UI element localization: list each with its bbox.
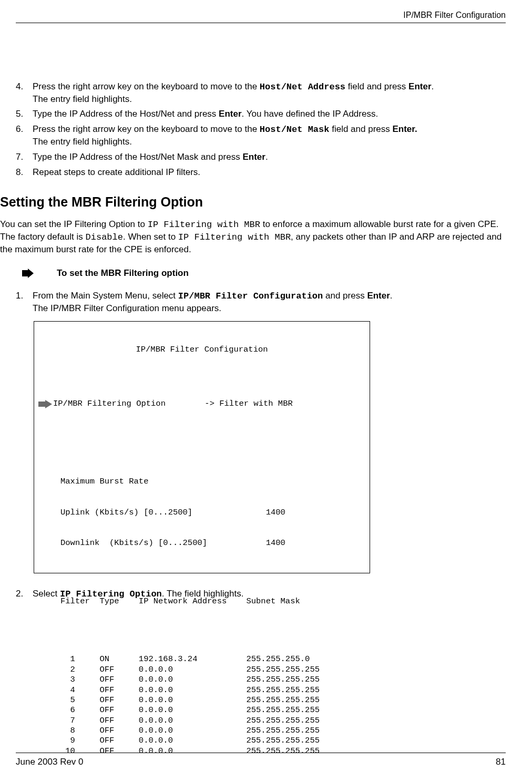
step-number: 4. [16,81,33,106]
terminal-downlink: Downlink (Kbits/s) [0...2500] 1400 [60,538,365,548]
terminal-columns: Filter Type IP Network Address Subnet Ma… [60,596,365,606]
intro-paragraph: You can set the IP Filtering Option to I… [0,219,506,256]
step-number: 5. [16,108,33,120]
step-body: Press the right arrow key on the keyboar… [33,81,506,106]
terminal-rows: 1 ON 192.168.3.24 255.255.255.0 2 OFF 0.… [60,654,365,756]
step-number: 1. [16,290,33,315]
task-label: To set the MBR Filtering option [57,267,189,280]
page-header: IP/MBR Filter Configuration [16,9,506,23]
step-number: 2. [16,588,33,601]
step-item: 1.From the Main System Menu, select IP/M… [16,290,506,315]
terminal-option-line: IP/MBR Filtering Option -> Filter with M… [53,399,293,409]
step-number: 7. [16,151,33,163]
step-item: 6.Press the right arrow key on the keybo… [16,124,506,148]
terminal-row: 7 OFF 0.0.0.0 255.255.255.255 [60,716,365,726]
step-item: 7.Type the IP Address of the Host/Net Ma… [16,151,506,163]
step-number: 6. [16,124,33,148]
terminal-row: 1 ON 192.168.3.24 255.255.255.0 [60,654,365,664]
step-item: 8.Repeat steps to create additional IP f… [16,167,506,179]
pointer-arrow-icon [38,379,53,429]
task-arrow-icon [22,269,38,278]
steps-list-b: 1.From the Main System Menu, select IP/M… [16,290,506,315]
svg-marker-0 [22,269,34,278]
section-heading: Setting the MBR Filtering Option [0,193,506,211]
step-number: 8. [16,167,33,179]
header-title: IP/MBR Filter Configuration [403,11,506,19]
terminal-row: 6 OFF 0.0.0.0 255.255.255.255 [60,705,365,715]
footer-right: 81 [496,756,506,768]
svg-marker-1 [38,400,52,408]
footer-left: June 2003 Rev 0 [16,756,84,768]
terminal-row: 2 OFF 0.0.0.0 255.255.255.255 [60,665,365,675]
page-footer: June 2003 Rev 0 81 [16,753,506,768]
step-body: Repeat steps to create additional IP fil… [33,167,506,179]
terminal-mbr-label: Maximum Burst Rate [60,477,365,487]
terminal-row: 8 OFF 0.0.0.0 255.255.255.255 [60,726,365,736]
step-body: Type the IP Address of the Host/Net and … [33,108,506,120]
step-item: 5.Type the IP Address of the Host/Net an… [16,108,506,120]
terminal-row: 4 OFF 0.0.0.0 255.255.255.255 [60,685,365,695]
terminal-title: IP/MBR Filter Configuration [38,344,365,355]
steps-list-a: 4.Press the right arrow key on the keybo… [16,81,506,179]
step-body: Type the IP Address of the Host/Net Mask… [33,151,506,163]
step-item: 4.Press the right arrow key on the keybo… [16,81,506,106]
step-body: Press the right arrow key on the keyboar… [33,124,506,148]
terminal-row: 9 OFF 0.0.0.0 255.255.255.255 [60,736,365,746]
task-row: To set the MBR Filtering option [16,267,506,280]
terminal-screenshot: IP/MBR Filter Configuration IP/MBR Filte… [34,321,370,573]
step-body: From the Main System Menu, select IP/MBR… [33,290,506,315]
terminal-row: 5 OFF 0.0.0.0 255.255.255.255 [60,695,365,705]
terminal-uplink: Uplink (Kbits/s) [0...2500] 1400 [60,508,365,518]
terminal-row: 3 OFF 0.0.0.0 255.255.255.255 [60,675,365,685]
